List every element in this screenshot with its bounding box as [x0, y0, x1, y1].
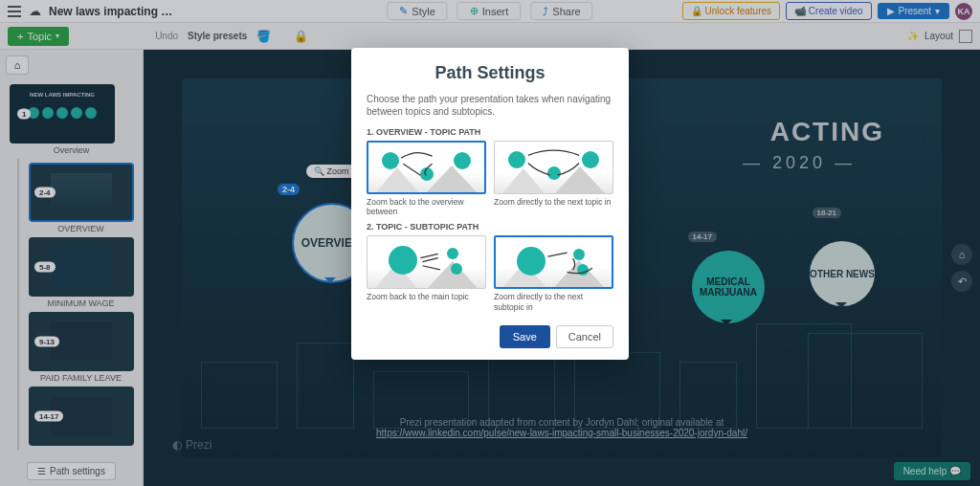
section-2-label: 2. TOPIC - SUBTOPIC PATH — [367, 222, 613, 232]
path-settings-modal: Path Settings Choose the path your prese… — [351, 48, 629, 360]
modal-description: Choose the path your presentation takes … — [367, 93, 613, 118]
section-1-label: 1. OVERVIEW - TOPIC PATH — [367, 127, 613, 137]
option-subtopic-zoom-back[interactable]: Zoom back to the main topic — [367, 235, 486, 311]
modal-title: Path Settings — [367, 63, 613, 83]
save-button[interactable]: Save — [500, 325, 550, 348]
modal-backdrop[interactable]: Path Settings Choose the path your prese… — [0, 0, 980, 486]
option-overview-zoom-direct[interactable]: Zoom directly to the next topic in — [494, 141, 613, 216]
cancel-button[interactable]: Cancel — [556, 325, 613, 348]
option-subtopic-zoom-direct[interactable]: Zoom directly to the next subtopic in — [494, 235, 613, 311]
option-overview-zoom-back[interactable]: Zoom back to the overview between — [367, 141, 486, 216]
